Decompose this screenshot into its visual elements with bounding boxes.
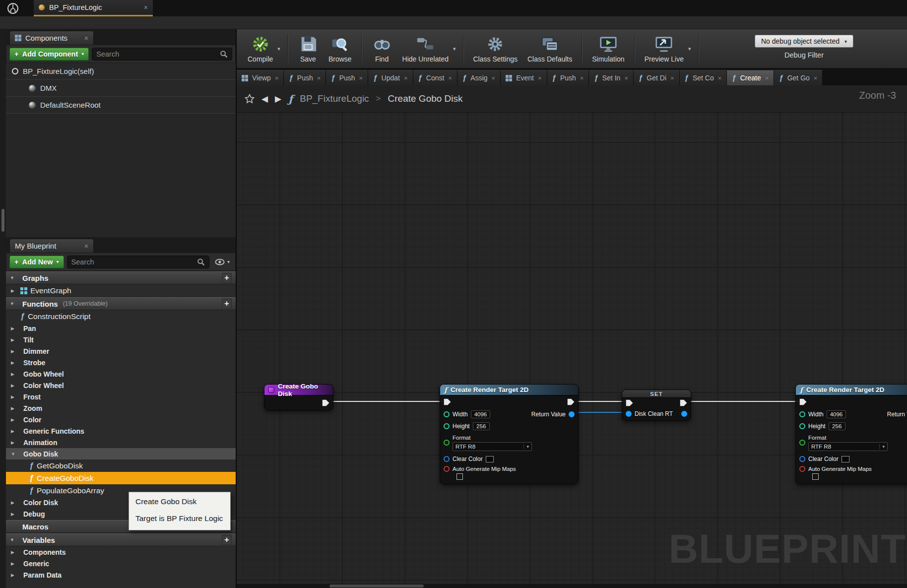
toolbar-button[interactable]: Class Defaults [522,33,587,65]
exec-in-pin[interactable] [626,399,633,406]
graph-tab[interactable]: Create × [727,70,774,85]
toolbar-button[interactable]: Save [293,33,324,65]
rail-handle[interactable] [1,209,4,232]
blueprint-list-item[interactable]: ▶ Param Data [6,569,236,581]
tab-close-icon[interactable]: × [670,74,674,82]
format-dropdown[interactable]: RTF R8 ▾ [808,442,888,451]
menu-item[interactable] [62,22,75,24]
menu-item[interactable] [48,22,62,24]
node-create-gobo-disk[interactable]: Create Gobo Disk [264,384,333,410]
toolbar-button[interactable]: Compile ▾ [243,33,293,65]
chevron-down-icon[interactable]: ▾ [686,46,694,52]
graph-tab[interactable]: Push × [284,70,326,85]
blueprint-list-item[interactable]: ▼ Graphs + [6,271,236,284]
tab-close-icon[interactable]: × [538,74,542,82]
graph-tab[interactable]: Event × [501,70,547,85]
debug-object-dropdown[interactable]: No debug object selected ▾ [755,35,853,48]
width-pin[interactable] [444,411,450,417]
visibility-filter-button[interactable]: ▾ [212,259,232,265]
expander-arrow-icon[interactable]: ▼ [10,537,16,542]
exec-in-pin[interactable] [444,398,451,405]
clear-color-swatch[interactable] [486,456,494,462]
format-pin[interactable] [444,440,450,446]
blueprint-list-item[interactable]: ▶ Tilt [6,334,236,345]
graph-tab[interactable]: Get Di × [634,70,680,85]
expander-arrow-icon[interactable]: ▶ [11,288,17,293]
my-blueprint-search[interactable] [67,256,209,268]
exec-out-pin[interactable] [680,399,687,406]
clear-color-swatch[interactable] [842,456,849,462]
tab-close-icon[interactable]: × [84,34,88,42]
height-value-field[interactable]: 256 [473,422,490,430]
tab-close-icon[interactable]: × [492,74,496,82]
mipmaps-pin[interactable] [799,466,805,472]
toolbar-button[interactable]: Preview Live ▾ [640,33,704,65]
blueprint-list-item[interactable]: ▶ Frost [6,391,236,402]
node-set-disk-clean-rt[interactable]: SET Disk Clean RT [622,390,691,421]
expander-arrow-icon[interactable]: ▶ [11,360,17,365]
blueprint-list-item[interactable]: ▶ Gobo Wheel [6,368,236,380]
add-component-button[interactable]: + Add Component ▾ [9,48,89,61]
blueprint-list-item[interactable]: ▶ Zoom [6,402,236,414]
graph-tab[interactable]: Set Co × [680,70,727,85]
blueprint-list-item[interactable]: GetGoboDisk [6,459,236,472]
blueprint-list-item[interactable]: ▶ Generic Functions [6,425,236,437]
blueprint-list-item[interactable]: ▼ Variables + [6,533,236,546]
expander-arrow-icon[interactable]: ▼ [10,301,16,306]
tab-close-icon[interactable]: × [624,74,628,82]
expander-arrow-icon[interactable]: ▶ [11,550,17,555]
menu-item[interactable] [75,22,89,24]
tab-close-icon[interactable]: × [359,74,363,82]
chevron-down-icon[interactable]: ▾ [451,46,458,52]
variable-out-pin[interactable] [681,411,687,417]
expander-arrow-icon[interactable]: ▶ [11,337,17,342]
unreal-logo[interactable] [0,0,26,16]
tab-close-icon[interactable]: × [718,74,722,82]
variable-in-pin[interactable] [626,411,632,417]
expander-arrow-icon[interactable]: ▶ [11,394,17,399]
expander-arrow-icon[interactable]: ▼ [10,275,16,280]
toolbar-button[interactable]: Browse [324,33,367,65]
tab-close-icon[interactable]: × [144,3,148,11]
components-search[interactable] [92,48,232,61]
expander-arrow-icon[interactable]: ▶ [11,326,17,331]
clear-color-pin[interactable] [799,456,805,462]
tab-close-icon[interactable]: × [580,74,584,82]
back-button[interactable]: ◀ [261,94,268,104]
tab-close-icon[interactable]: × [404,74,408,82]
expander-arrow-icon[interactable]: ▶ [11,573,17,578]
expander-arrow-icon[interactable]: ▶ [11,383,17,388]
return-value-pin[interactable] [569,411,575,417]
my-blueprint-search-input[interactable] [71,258,197,266]
graph-tab[interactable]: Set In × [589,70,634,85]
graph-tab[interactable]: Updat × [368,70,413,85]
graph-canvas[interactable]: BLUEPRINT Create Gobo Disk ƒ Create Rend… [237,113,907,584]
mipmaps-checkbox[interactable] [812,473,819,480]
graph-tab[interactable]: Push × [547,70,589,85]
toolbar-button[interactable]: Simulation [587,33,639,65]
tab-close-icon[interactable]: × [765,74,769,82]
toolbar-button[interactable]: Hide Unrelated ▾ [397,33,468,65]
graph-tab[interactable]: Push × [326,70,368,85]
expander-arrow-icon[interactable]: ▶ [11,349,17,354]
expander-arrow-icon[interactable]: ▶ [11,440,17,445]
blueprint-list-item[interactable]: ▶ Strobe [6,357,236,368]
expander-arrow-icon[interactable]: ▶ [11,429,17,434]
chevron-down-icon[interactable]: ▾ [275,46,283,52]
menu-item[interactable] [6,22,20,24]
format-pin[interactable] [799,440,805,446]
format-dropdown[interactable]: RTF R8 ▾ [453,442,532,451]
components-search-input[interactable] [96,50,220,58]
horizontal-scrollbar[interactable] [329,585,424,588]
expander-arrow-icon[interactable]: ▶ [11,417,17,422]
expander-arrow-icon[interactable]: ▼ [11,452,17,457]
tab-components[interactable]: Components × [9,31,94,45]
width-pin[interactable] [799,411,805,417]
tab-close-icon[interactable]: × [448,74,452,82]
graph-tab[interactable]: Viewp × [237,70,284,85]
blueprint-list-item[interactable]: ▶ EventGraph [6,284,236,297]
tab-close-icon[interactable]: × [317,74,321,82]
blueprint-list-item[interactable]: ConstructionScript [6,310,236,323]
favorite-star-icon[interactable] [245,94,255,104]
blueprint-list-item[interactable]: ▶ Pan [6,323,236,334]
